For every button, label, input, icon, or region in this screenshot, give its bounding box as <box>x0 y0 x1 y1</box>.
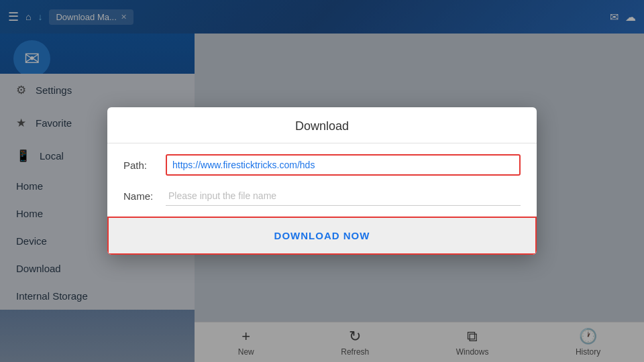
path-input[interactable] <box>166 154 521 176</box>
name-input[interactable] <box>166 186 521 206</box>
download-btn-wrapper: DOWNLOAD NOW <box>107 217 537 255</box>
name-label: Name: <box>123 190 160 202</box>
dialog-body: Path: Name: <box>107 143 537 206</box>
download-now-button[interactable]: DOWNLOAD NOW <box>109 218 535 253</box>
name-field: Name: <box>123 186 521 206</box>
path-field: Path: <box>123 154 521 176</box>
download-dialog: Download Path: Name: DOWNLOAD NOW <box>107 107 537 255</box>
modal-overlay: Download Path: Name: DOWNLOAD NOW <box>0 0 644 362</box>
path-label: Path: <box>123 160 160 171</box>
dialog-title: Download <box>107 107 537 143</box>
